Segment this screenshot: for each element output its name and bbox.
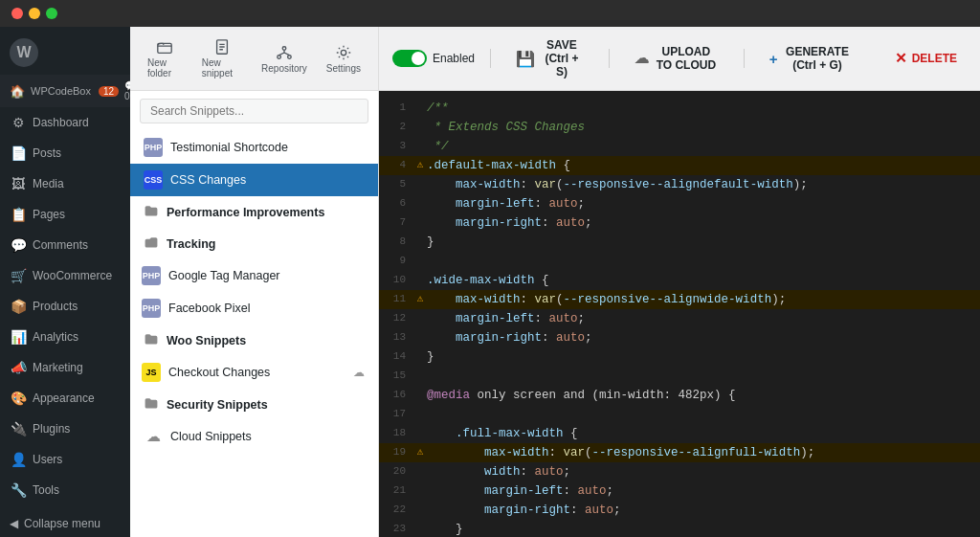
code-line-7: 7 margin-right: auto;: [379, 213, 980, 233]
gear-icon: [335, 44, 352, 61]
toggle-thumb: [412, 52, 425, 65]
media-icon: 🖼: [10, 175, 27, 192]
code-line-3: 3 */: [379, 137, 980, 156]
sidebar-item-plugins[interactable]: 🔌 Plugins: [0, 414, 130, 444]
products-icon: 📦: [10, 298, 27, 315]
toolbar-separator-2: [609, 49, 610, 68]
wp-menu: ⚙ Dashboard 📄 Posts 🖼 Media 📋 Pages 💬 Co…: [0, 107, 130, 510]
sidebar-item-woocommerce[interactable]: 🛒 WooCommerce: [0, 260, 130, 291]
code-line-10: 10 .wide-max-width {: [379, 271, 980, 290]
sidebar-item-dashboard[interactable]: ⚙ Dashboard: [0, 107, 130, 138]
plugin-sidebar-header: New folder New snippet Repository: [130, 27, 378, 91]
list-item-checkout[interactable]: JS Checkout Changes ☁: [130, 356, 378, 389]
plugin-sidebar: New folder New snippet Repository: [130, 27, 379, 537]
new-snippet-button[interactable]: New snippet: [196, 36, 248, 80]
cloud-icon: ☁: [144, 427, 163, 446]
sidebar-item-media[interactable]: 🖼 Media: [0, 168, 130, 199]
enable-toggle[interactable]: Enabled: [392, 50, 475, 67]
delete-icon: ✕: [895, 50, 907, 67]
analytics-icon: 📊: [10, 328, 27, 346]
upload-to-cloud-button[interactable]: ☁ UPLOAD TO CLOUD: [625, 41, 728, 76]
main-content: Enabled 💾 SAVE (Ctrl + S) ☁ UPLOAD TO CL…: [379, 27, 980, 537]
list-item-google-tag[interactable]: PHP Google Tag Manager: [130, 259, 378, 292]
code-line-8: 8 }: [379, 233, 980, 252]
list-item-security[interactable]: Security Snippets: [130, 389, 378, 420]
list-item-testimonial[interactable]: PHP Testimonial Shortcode: [130, 131, 378, 164]
cloud-sync-icon: ☁: [353, 366, 365, 379]
code-line-2: 2 * Extends CSS Changes: [379, 118, 980, 137]
toggle-track[interactable]: [392, 50, 427, 67]
warning-icon-11: ⚠: [413, 290, 427, 308]
settings-button[interactable]: Settings: [321, 42, 367, 76]
sidebar-item-users[interactable]: 👤 Users: [0, 444, 130, 475]
dashboard-icon: ⚙: [10, 114, 27, 131]
users-icon: 👤: [10, 451, 27, 468]
wp-admin-bar: 🏠 WPCodeBox 12 💬 0 + New: [0, 75, 130, 107]
list-item-performance[interactable]: Performance Improvements: [130, 196, 378, 228]
pages-icon: 📋: [10, 206, 27, 223]
js-badge-icon: JS: [142, 363, 161, 382]
svg-rect-0: [158, 43, 171, 53]
css-badge-icon: CSS: [144, 170, 163, 190]
warning-icon-19: ⚠: [413, 443, 427, 461]
search-input[interactable]: [140, 99, 368, 123]
sidebar-item-tools[interactable]: 🔧 Tools: [0, 475, 130, 505]
list-item-css-changes[interactable]: CSS CSS Changes: [130, 164, 378, 196]
sidebar-item-analytics[interactable]: 📊 Analytics: [0, 322, 130, 352]
maximize-button[interactable]: [46, 8, 57, 19]
comments-icon: 💬: [10, 236, 27, 254]
svg-point-4: [288, 55, 292, 58]
repository-icon: [276, 44, 293, 61]
code-line-13: 13 margin-right: auto;: [379, 328, 980, 347]
code-line-19: 19 ⚠ max-width: var(--responsive--alignf…: [379, 443, 980, 462]
collapse-arrow-icon: ◀: [10, 517, 18, 530]
minimize-button[interactable]: [29, 8, 40, 19]
list-item-cloud-snippets[interactable]: ☁ Cloud Snippets: [130, 420, 378, 453]
folder-closed-icon: [144, 203, 159, 221]
warning-icon-4: ⚠: [413, 156, 427, 174]
wp-sidebar: W 🏠 WPCodeBox 12 💬 0 + New ⚙ Dashboard 📄…: [0, 27, 130, 537]
code-line-12: 12 margin-left: auto;: [379, 309, 980, 328]
code-line-21: 21 margin-left: auto;: [379, 481, 980, 501]
code-line-15: 15: [379, 367, 980, 386]
folder-security-icon: [144, 395, 159, 414]
marketing-icon: 📣: [10, 359, 27, 376]
sidebar-item-comments[interactable]: 💬 Comments: [0, 230, 130, 260]
wp-logo-icon: W: [10, 38, 38, 67]
save-button[interactable]: 💾 SAVE (Ctrl + S): [506, 34, 593, 82]
save-icon: 💾: [516, 50, 535, 68]
list-item-woo-snippets[interactable]: Woo Snippets: [130, 324, 378, 356]
tools-icon: 🔧: [10, 481, 27, 499]
comment-count: 12: [99, 86, 119, 97]
sidebar-item-posts[interactable]: 📄 Posts: [0, 138, 130, 168]
code-line-9: 9: [379, 252, 980, 271]
list-item-tracking[interactable]: Tracking: [130, 228, 378, 259]
sidebar-item-pages[interactable]: 📋 Pages: [0, 199, 130, 230]
close-button[interactable]: [11, 8, 23, 19]
generate-button[interactable]: + GENERATE (Ctrl + G): [760, 41, 862, 76]
code-editor[interactable]: 1 /** 2 * Extends CSS Changes 3 */ 4 ⚠ .…: [379, 91, 980, 537]
code-line-11: 11 ⚠ max-width: var(--responsive--alignw…: [379, 290, 980, 309]
code-line-4: 4 ⚠ .default-max-width {: [379, 156, 980, 175]
collapse-menu[interactable]: ◀ Collapse menu: [0, 510, 130, 537]
appearance-icon: 🎨: [10, 390, 27, 407]
code-line-6: 6 margin-left: auto;: [379, 194, 980, 213]
snippet-list: PHP Testimonial Shortcode CSS CSS Change…: [130, 131, 378, 537]
code-line-18: 18 .full-max-width {: [379, 424, 980, 443]
code-line-14: 14 }: [379, 347, 980, 367]
sidebar-item-marketing[interactable]: 📣 Marketing: [0, 352, 130, 383]
editor-toolbar: Enabled 💾 SAVE (Ctrl + S) ☁ UPLOAD TO CL…: [379, 27, 980, 91]
posts-icon: 📄: [10, 145, 27, 162]
generate-icon: +: [769, 51, 778, 67]
sidebar-item-products[interactable]: 📦 Products: [0, 291, 130, 322]
upload-icon: ☁: [635, 50, 649, 67]
new-folder-button[interactable]: New folder: [142, 36, 189, 80]
code-line-17: 17: [379, 405, 980, 424]
list-item-facebook-pixel[interactable]: PHP Facebook Pixel: [130, 292, 378, 324]
site-name: WPCodeBox: [31, 85, 91, 97]
enabled-label: Enabled: [433, 52, 475, 65]
delete-button[interactable]: ✕ DELETE: [885, 46, 967, 71]
sidebar-item-appearance[interactable]: 🎨 Appearance: [0, 383, 130, 414]
repository-button[interactable]: Repository: [256, 42, 313, 76]
php-badge-icon: PHP: [144, 138, 163, 157]
